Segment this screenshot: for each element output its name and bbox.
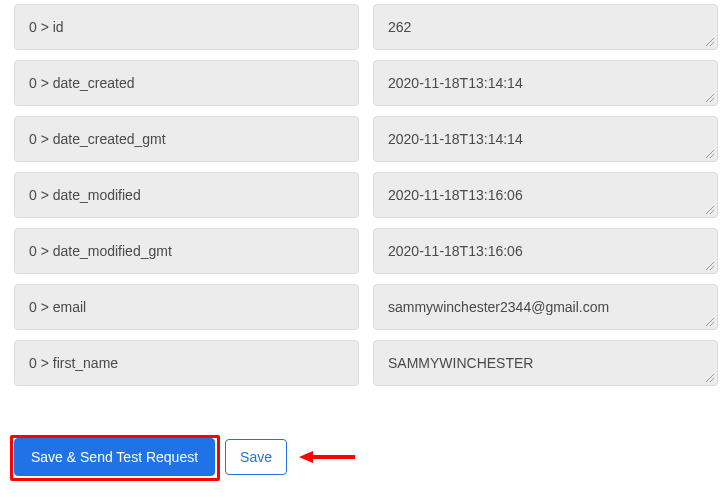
- field-value-cell[interactable]: SAMMYWINCHESTER: [373, 340, 718, 386]
- field-value-cell[interactable]: 2020-11-18T13:14:14: [373, 116, 718, 162]
- field-key-cell[interactable]: 0 > date_modified: [14, 172, 359, 218]
- resize-grip-icon[interactable]: [704, 316, 714, 326]
- field-row: 0 > date_modified_gmt2020-11-18T13:16:06: [14, 228, 718, 274]
- field-value-cell[interactable]: 2020-11-18T13:16:06: [373, 228, 718, 274]
- field-value-text: 2020-11-18T13:14:14: [388, 75, 523, 91]
- field-value-text: 2020-11-18T13:16:06: [388, 243, 523, 259]
- field-value-text: sammywinchester2344@gmail.com: [388, 299, 609, 315]
- annotation-arrow-icon: [297, 447, 357, 467]
- svg-marker-1: [299, 451, 313, 463]
- field-key-text: 0 > email: [29, 299, 86, 315]
- save-button[interactable]: Save: [225, 439, 287, 475]
- field-value-cell[interactable]: sammywinchester2344@gmail.com: [373, 284, 718, 330]
- field-key-cell[interactable]: 0 > first_name: [14, 340, 359, 386]
- field-value-text: 2020-11-18T13:14:14: [388, 131, 523, 147]
- resize-grip-icon[interactable]: [704, 148, 714, 158]
- field-key-cell[interactable]: 0 > date_created: [14, 60, 359, 106]
- field-key-text: 0 > first_name: [29, 355, 118, 371]
- resize-grip-icon[interactable]: [704, 372, 714, 382]
- field-value-text: SAMMYWINCHESTER: [388, 355, 533, 371]
- field-row: 0 > emailsammywinchester2344@gmail.com: [14, 284, 718, 330]
- button-bar: Save & Send Test Request Save: [0, 430, 726, 476]
- resize-grip-icon[interactable]: [704, 36, 714, 46]
- field-mapping-scroll[interactable]: 0 > id2620 > date_created2020-11-18T13:1…: [0, 0, 726, 430]
- field-value-text: 262: [388, 19, 411, 35]
- field-key-text: 0 > date_modified: [29, 187, 141, 203]
- field-row: 0 > date_created_gmt2020-11-18T13:14:14: [14, 116, 718, 162]
- field-row: 0 > date_created2020-11-18T13:14:14: [14, 60, 718, 106]
- field-row: 0 > date_modified2020-11-18T13:16:06: [14, 172, 718, 218]
- save-send-test-button[interactable]: Save & Send Test Request: [14, 438, 215, 476]
- field-key-text: 0 > date_created_gmt: [29, 131, 166, 147]
- field-value-cell[interactable]: 262: [373, 4, 718, 50]
- field-row: 0 > first_nameSAMMYWINCHESTER: [14, 340, 718, 386]
- field-key-text: 0 > id: [29, 19, 64, 35]
- field-value-cell[interactable]: 2020-11-18T13:16:06: [373, 172, 718, 218]
- field-row: 0 > id262: [14, 4, 718, 50]
- field-key-text: 0 > date_modified_gmt: [29, 243, 172, 259]
- resize-grip-icon[interactable]: [704, 260, 714, 270]
- field-key-cell[interactable]: 0 > id: [14, 4, 359, 50]
- resize-grip-icon[interactable]: [704, 92, 714, 102]
- field-value-text: 2020-11-18T13:16:06: [388, 187, 523, 203]
- field-key-cell[interactable]: 0 > date_created_gmt: [14, 116, 359, 162]
- field-key-text: 0 > date_created: [29, 75, 134, 91]
- field-key-cell[interactable]: 0 > date_modified_gmt: [14, 228, 359, 274]
- field-key-cell[interactable]: 0 > email: [14, 284, 359, 330]
- field-value-cell[interactable]: 2020-11-18T13:14:14: [373, 60, 718, 106]
- resize-grip-icon[interactable]: [704, 204, 714, 214]
